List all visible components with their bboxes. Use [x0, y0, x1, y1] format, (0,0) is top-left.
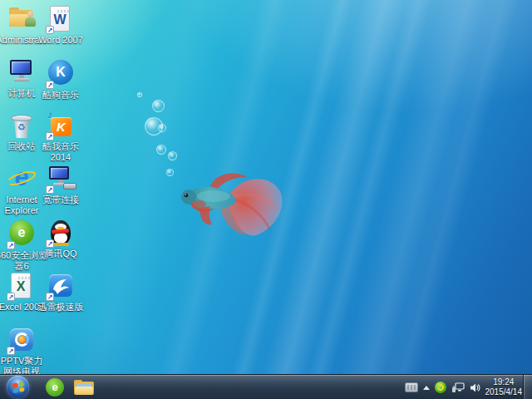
recycle-bin-icon: ♻ [7, 111, 36, 140]
taskbar: e [0, 374, 532, 399]
shortcut-arrow-icon: ↗ [7, 241, 15, 249]
music-note-icon: ♪ [47, 109, 52, 121]
shortcut-arrow-icon: ↗ [46, 293, 54, 301]
clock-date: 2015/4/14 [485, 387, 523, 397]
light-ray [264, 0, 447, 399]
shortcut-arrow-icon: ↗ [46, 81, 54, 89]
desktop-icon-label: 迅雷极速版 [34, 302, 87, 313]
desktop-icon-label: 酷狗音乐 [34, 90, 87, 101]
broadband-icon: ↗ [47, 165, 75, 193]
taskbar-explorer-button[interactable] [74, 380, 94, 396]
bubble [158, 124, 166, 132]
speaker-icon[interactable] [470, 382, 480, 393]
show-desktop-button[interactable] [523, 375, 532, 399]
bubble [137, 92, 142, 97]
shortcut-arrow-icon: ↗ [46, 239, 54, 248]
360-safety-tray-icon[interactable] [435, 382, 446, 393]
desktop-icon-label: 酷我音乐 2014 [34, 141, 87, 163]
bubble [152, 100, 165, 112]
tray-clock[interactable]: 19:24 2015/4/14 [485, 377, 523, 397]
shortcut-arrow-icon: ↗ [46, 132, 54, 140]
light-ray [298, 0, 513, 399]
desktop-icon-label: 腾讯QQ [34, 249, 87, 259]
kugou-icon: K ↗ [47, 60, 75, 88]
betta-fish-wallpaper [170, 158, 287, 241]
desktop-icon-pptv[interactable]: ↗ PPTV聚力 网络电视 [0, 326, 48, 377]
bubble [156, 145, 166, 155]
shortcut-arrow-icon: ↗ [7, 347, 15, 355]
desktop-icon-label: 宽带连接 [34, 195, 87, 205]
excel-icon: X ↗ [7, 272, 36, 300]
network-icon[interactable] [451, 382, 465, 393]
light-ray [343, 0, 532, 399]
show-hidden-icons-button[interactable] [423, 386, 430, 390]
kuwo-icon: K ♪ ↗ [47, 111, 75, 140]
shortcut-arrow-icon: ↗ [46, 185, 54, 194]
input-keyboard-icon[interactable] [405, 382, 418, 392]
taskbar-360-browser-button[interactable]: e [46, 378, 64, 397]
desktop-icon-broadband[interactable]: ↗ 宽带连接 [34, 165, 87, 205]
pptv-icon: ↗ [7, 326, 36, 354]
desktop-icon-label: Word 2007 [34, 35, 87, 46]
computer-monitor-icon [7, 58, 36, 86]
shortcut-arrow-icon: ↗ [46, 26, 54, 34]
desktop-icon-kugou-music[interactable]: K ↗ 酷狗音乐 [34, 58, 87, 101]
ie-icon: e [7, 165, 36, 193]
system-tray: 19:24 2015/4/14 [405, 375, 523, 399]
word-icon: W ↗ [47, 5, 75, 33]
start-button[interactable] [7, 376, 29, 398]
desktop-icon-qq[interactable]: ↗ 腾讯QQ [34, 219, 87, 259]
desktop-icon-thunder[interactable]: ↗ 迅雷极速版 [34, 272, 87, 313]
clock-time: 19:24 [485, 377, 523, 387]
desktop-icon-kuwo-music[interactable]: K ♪ ↗ 酷我音乐 2014 [34, 111, 87, 163]
desktop: Administra... 计算机 ♻ 回收站 e Internet Explo… [0, 0, 532, 399]
360-browser-icon: e ↗ [7, 220, 36, 249]
qq-penguin-icon: ↗ [47, 219, 75, 247]
shortcut-arrow-icon: ↗ [7, 293, 15, 301]
folder-user-icon [7, 5, 36, 33]
windows-flag-icon [12, 382, 24, 394]
desktop-icon-word-2007[interactable]: W ↗ Word 2007 [34, 5, 87, 46]
thunder-bird-icon: ↗ [47, 272, 75, 300]
